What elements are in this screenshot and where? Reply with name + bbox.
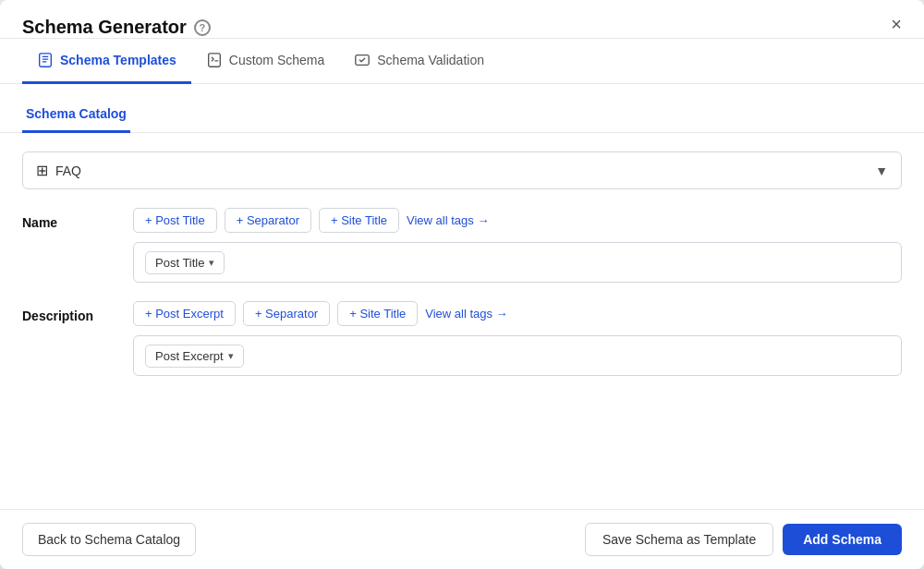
schema-type-dropdown-row: ⊞ FAQ ▼ <box>22 151 902 189</box>
name-view-all-tags-link[interactable]: View all tags → <box>407 213 489 227</box>
name-field-row: Name + Post Title + Separator + Site Tit… <box>22 208 902 283</box>
save-schema-template-button[interactable]: Save Schema as Template <box>585 523 773 556</box>
back-to-catalog-button[interactable]: Back to Schema Catalog <box>22 523 196 556</box>
modal-body: Schema Catalog ⊞ FAQ ▼ Name <box>0 84 924 509</box>
name-post-title-pill[interactable]: Post Title ▾ <box>145 251 225 274</box>
footer-right-buttons: Save Schema as Template Add Schema <box>585 523 902 556</box>
desc-add-site-title-btn[interactable]: + Site Title <box>337 301 418 326</box>
desc-add-separator-btn[interactable]: + Separator <box>243 301 330 326</box>
description-tag-buttons: + Post Excerpt + Separator + Site Title … <box>133 301 902 326</box>
schema-templates-icon <box>37 52 54 68</box>
title-row: Schema Generator ? <box>22 17 211 38</box>
schema-validation-icon <box>354 52 371 68</box>
tab-custom-schema-label: Custom Schema <box>229 53 324 67</box>
dropdown-chevron-icon: ▼ <box>875 163 888 178</box>
svg-rect-0 <box>40 54 52 67</box>
modal-title: Schema Generator <box>22 17 187 38</box>
tab-schema-templates[interactable]: Schema Templates <box>22 39 191 84</box>
description-label: Description <box>22 301 115 323</box>
name-add-separator-btn[interactable]: + Separator <box>225 208 311 233</box>
dropdown-inner: ⊞ FAQ <box>36 162 81 179</box>
content-area: ⊞ FAQ ▼ Name + Post Title + Separator <box>0 133 924 509</box>
custom-schema-icon <box>206 52 223 68</box>
name-tag-buttons: + Post Title + Separator + Site Title Vi… <box>133 208 902 233</box>
close-button[interactable]: × <box>887 15 906 33</box>
help-icon[interactable]: ? <box>194 19 211 36</box>
desc-add-post-excerpt-btn[interactable]: + Post Excerpt <box>133 301 236 326</box>
name-add-post-title-btn[interactable]: + Post Title <box>133 208 217 233</box>
sub-tab-schema-catalog[interactable]: Schema Catalog <box>22 99 130 133</box>
add-schema-button[interactable]: Add Schema <box>783 524 902 555</box>
description-input-area[interactable]: Post Excerpt ▾ <box>133 335 902 376</box>
desc-post-excerpt-pill[interactable]: Post Excerpt ▾ <box>145 345 244 368</box>
faq-icon: ⊞ <box>36 162 48 179</box>
modal-footer: Back to Schema Catalog Save Schema as Te… <box>0 509 924 569</box>
svg-rect-4 <box>208 54 220 67</box>
sub-tabs: Schema Catalog <box>0 84 924 133</box>
dropdown-value: FAQ <box>55 163 81 178</box>
modal-header: Schema Generator ? × <box>0 0 924 39</box>
post-title-pill-chevron-icon: ▾ <box>209 257 214 269</box>
description-field-row: Description + Post Excerpt + Separator +… <box>22 301 902 376</box>
tab-schema-templates-label: Schema Templates <box>60 53 176 67</box>
tabs-nav: Schema Templates Custom Schema Schema Va… <box>0 39 924 84</box>
name-field-right: + Post Title + Separator + Site Title Vi… <box>133 208 902 283</box>
desc-view-all-tags-link[interactable]: View all tags → <box>425 307 507 321</box>
post-excerpt-pill-chevron-icon: ▾ <box>228 350 234 362</box>
description-field-right: + Post Excerpt + Separator + Site Title … <box>133 301 902 376</box>
tab-schema-validation[interactable]: Schema Validation <box>339 39 499 84</box>
name-input-area[interactable]: Post Title ▾ <box>133 242 902 283</box>
schema-generator-modal: Schema Generator ? × Schema Templates Cu <box>0 0 924 569</box>
schema-type-dropdown[interactable]: ⊞ FAQ ▼ <box>22 151 902 189</box>
tab-schema-validation-label: Schema Validation <box>377 53 484 67</box>
name-add-site-title-btn[interactable]: + Site Title <box>319 208 399 233</box>
tab-custom-schema[interactable]: Custom Schema <box>191 39 339 84</box>
name-label: Name <box>22 208 115 230</box>
